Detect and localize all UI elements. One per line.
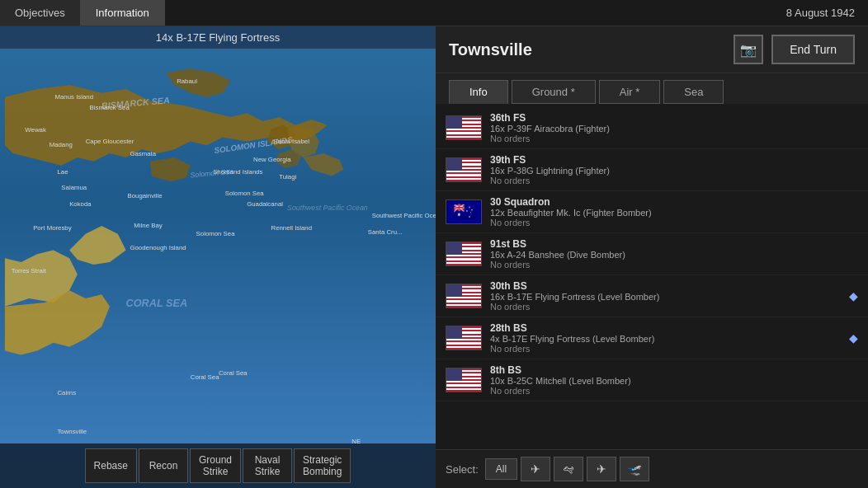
select-bar: Select: All ✈ 🛩 ✈ 🛫 (436, 449, 868, 488)
map-title: 14x B-17E Flying Fortress (0, 26, 436, 49)
svg-text:Coral Sea: Coral Sea (219, 369, 248, 377)
unit-orders: No orders (490, 344, 842, 354)
svg-text:Santa Isabel: Santa Isabel (273, 138, 309, 145)
unit-row[interactable]: 36th FS 16x P-39F Airacobra (Fighter) No… (436, 107, 868, 149)
unit-row[interactable]: 39th FS 16x P-38G Lightning (Fighter) No… (436, 149, 868, 191)
svg-text:Cape Gloucester: Cape Gloucester (86, 138, 134, 145)
action-bar: Rebase Recon GroundStrike NavalStrike St… (0, 443, 436, 488)
unit-detail: 4x B-17E Flying Fortress (Level Bomber) (490, 334, 842, 344)
unit-list: 36th FS 16x P-39F Airacobra (Fighter) No… (436, 104, 868, 449)
end-turn-button[interactable]: End Turn (771, 35, 855, 64)
select-levelbomber-button[interactable]: 🛫 (620, 457, 649, 481)
svg-text:Lae: Lae (57, 168, 68, 176)
right-panel: Townsville 📷 End Turn Info Ground * Air … (436, 26, 868, 488)
svg-text:Gasmata: Gasmata (130, 150, 156, 157)
unit-name: 28th BS (490, 322, 842, 334)
unit-row[interactable]: 28th BS 4x B-17E Flying Fortress (Level … (436, 317, 868, 359)
unit-detail: 16x A-24 Banshee (Dive Bomber) (490, 250, 858, 260)
tab-information[interactable]: Information (81, 0, 165, 26)
svg-text:Bougainville: Bougainville (128, 192, 163, 199)
svg-text:Coral Sea: Coral Sea (191, 373, 219, 381)
svg-text:Rabaul: Rabaul (177, 77, 197, 85)
svg-text:CORAL SEA: CORAL SEA (126, 298, 187, 309)
map-area[interactable]: BISMARCK SEA SOLOMON ISLANDS Solomon Sea… (0, 49, 436, 443)
tab-ground[interactable]: Ground * (512, 80, 596, 104)
unit-name: 30 Squadron (490, 196, 858, 208)
unit-row[interactable]: 30th BS 16x B-17E Flying Fortress (Level… (436, 275, 868, 317)
unit-info: 30 Squadron 12x Beaufighter Mk. Ic (Figh… (490, 196, 858, 228)
svg-text:Goodenough Island: Goodenough Island (130, 244, 186, 251)
unit-row[interactable]: 30 Squadron 12x Beaufighter Mk. Ic (Figh… (436, 191, 868, 233)
unit-info: 39th FS 16x P-38G Lightning (Fighter) No… (490, 154, 858, 185)
svg-text:Santa Cru...: Santa Cru... (368, 228, 403, 236)
unit-name: 30th BS (490, 280, 842, 292)
svg-text:Salamua: Salamua (61, 184, 87, 191)
svg-text:Southwest Pacific Ocean: Southwest Pacific Ocean (372, 212, 436, 219)
top-tabs: Objectives Information (0, 0, 165, 26)
map-svg: BISMARCK SEA SOLOMON ISLANDS Solomon Sea… (0, 49, 436, 443)
svg-text:Townsville: Townsville (57, 428, 87, 435)
svg-text:Madang: Madang (50, 141, 73, 148)
tab-info[interactable]: Info (449, 80, 508, 104)
unit-row[interactable]: 91st BS 16x A-24 Banshee (Dive Bomber) N… (436, 233, 868, 275)
unit-flag-us (446, 157, 482, 182)
tab-air[interactable]: Air * (599, 80, 661, 104)
unit-info: 8th BS 10x B-25C Mitchell (Level Bomber)… (490, 364, 858, 396)
svg-text:Kokoda: Kokoda (69, 200, 92, 208)
unit-name: 39th FS (490, 154, 858, 166)
unit-orders: No orders (490, 386, 858, 396)
unit-detail: 16x P-39F Airacobra (Fighter) (490, 124, 858, 134)
select-divebomber-button[interactable]: ✈ (587, 457, 616, 481)
tab-sea[interactable]: Sea (663, 80, 724, 104)
unit-flag-us (446, 284, 482, 308)
svg-text:Manus Island: Manus Island (55, 93, 93, 101)
unit-info: 91st BS 16x A-24 Banshee (Dive Bomber) N… (490, 238, 858, 270)
svg-text:Port Moresby: Port Moresby (33, 224, 72, 232)
unit-orders: No orders (490, 218, 858, 228)
unit-info: 30th BS 16x B-17E Flying Fortress (Level… (490, 280, 842, 312)
svg-text:Cairns: Cairns (57, 389, 76, 396)
unit-detail: 12x Beaufighter Mk. Ic (Fighter Bomber) (490, 208, 858, 218)
select-fighter-button[interactable]: ✈ (521, 457, 550, 481)
svg-text:Rennell Island: Rennell Island (271, 224, 313, 232)
top-bar: Objectives Information 8 August 1942 (0, 0, 868, 26)
unit-detail: 16x B-17E Flying Fortress (Level Bomber) (490, 292, 842, 302)
main-content: 14x B-17E Flying Fortress (0, 26, 868, 488)
svg-text:Southwest Pacific Ocean: Southwest Pacific Ocean (287, 204, 368, 212)
unit-flag-us (446, 368, 482, 392)
svg-text:NE: NE (351, 438, 361, 443)
map-panel: 14x B-17E Flying Fortress (0, 26, 436, 488)
unit-diamond-icon: ◆ (849, 331, 858, 345)
strategic-bombing-button[interactable]: StrategicBombing (294, 448, 351, 483)
unit-name: 91st BS (490, 238, 858, 250)
unit-orders: No orders (490, 176, 858, 185)
select-all-button[interactable]: All (485, 458, 517, 480)
unit-orders: No orders (490, 134, 858, 143)
svg-text:New Georgia: New Georgia (253, 156, 291, 163)
ground-strike-button[interactable]: GroundStrike (190, 448, 241, 483)
unit-detail: 10x B-25C Mitchell (Level Bomber) (490, 376, 858, 386)
svg-text:Tulagi: Tulagi (279, 173, 296, 181)
unit-flag-us (446, 115, 482, 140)
camera-button[interactable]: 📷 (734, 35, 763, 64)
right-header: Townsville 📷 End Turn (436, 26, 868, 73)
unit-orders: No orders (490, 260, 858, 270)
location-title: Townsville (449, 40, 734, 59)
rebase-button[interactable]: Rebase (85, 448, 137, 483)
unit-flag-us (446, 242, 482, 266)
svg-text:Solomon Sea: Solomon Sea (225, 190, 265, 197)
tab-objectives[interactable]: Objectives (0, 0, 81, 26)
unit-orders: No orders (490, 302, 842, 312)
game-date: 8 August 1942 (773, 0, 868, 26)
right-tabs: Info Ground * Air * Sea (436, 73, 868, 104)
svg-text:Milne Bay: Milne Bay (134, 222, 162, 229)
unit-diamond-icon: ◆ (849, 289, 858, 303)
unit-name: 8th BS (490, 364, 858, 376)
unit-info: 36th FS 16x P-39F Airacobra (Fighter) No… (490, 112, 858, 143)
recon-button[interactable]: Recon (139, 448, 188, 483)
naval-strike-button[interactable]: NavalStrike (243, 448, 292, 483)
unit-row[interactable]: 8th BS 10x B-25C Mitchell (Level Bomber)… (436, 359, 868, 401)
select-label: Select: (446, 463, 479, 476)
unit-flag-au (446, 199, 482, 224)
select-bomber-button[interactable]: 🛩 (554, 457, 583, 481)
